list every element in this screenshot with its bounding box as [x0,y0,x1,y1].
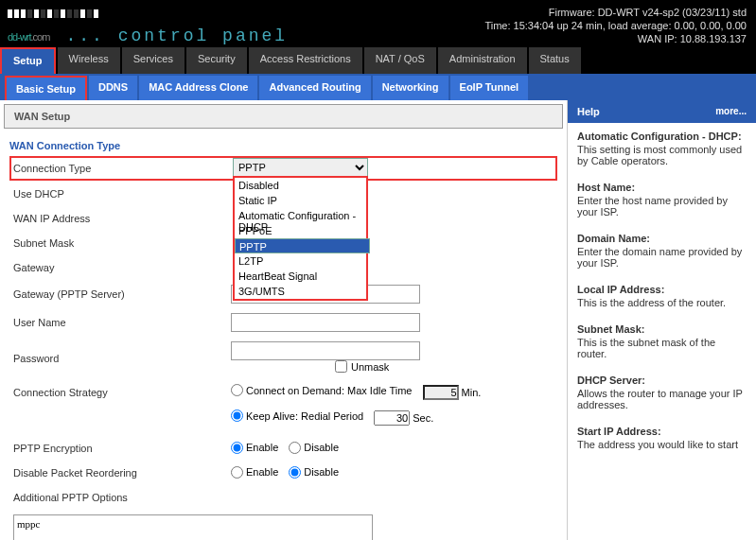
help-more-link[interactable]: more... [715,106,747,117]
pptp-gateway-label: Gateway (PPTP Server) [13,288,231,300]
idle-time-input[interactable] [423,385,459,400]
password-input[interactable] [231,341,420,360]
enc-enable-radio[interactable] [231,442,243,454]
username-input[interactable] [231,313,420,332]
brand-text: dd-wrt [8,31,31,43]
connection-type-dropdown: Disabled Static IP Automatic Configurati… [233,176,368,301]
subtab-ddns[interactable]: DDNS [89,76,137,100]
opt-static-ip[interactable]: Static IP [235,193,366,208]
tab-nat[interactable]: NAT / QoS [364,47,436,74]
tab-access[interactable]: Access Restrictions [249,47,362,74]
logo: dd-wrt.com ... control panel [0,4,288,47]
on-demand-radio[interactable] [231,384,243,396]
section-title: WAN Connection Type [0,132,567,155]
subnet-label: Subnet Mask [13,237,231,249]
help-panel: Helpmore... Automatic Configuration - DH… [567,100,756,540]
tab-status[interactable]: Status [529,47,581,74]
sub-tabs: Basic Setup DDNS MAC Address Clone Advan… [0,74,756,100]
status-block: Firmware: DD-WRT v24-sp2 (03/23/11) std … [484,4,747,47]
connection-type-select[interactable]: PPTP [233,158,368,177]
control-panel-label: ... control panel [65,26,288,45]
gateway-label: Gateway [13,262,231,273]
password-label: Password [13,353,231,364]
reorder-enable-radio[interactable] [231,466,243,479]
tab-services[interactable]: Services [122,47,185,74]
use-dhcp-label: Use DHCP [13,188,231,200]
tab-security[interactable]: Security [186,47,247,74]
unmask-checkbox[interactable] [335,360,347,373]
redial-period-input[interactable] [374,410,410,426]
main-tabs: Setup Wireless Services Security Access … [0,47,756,74]
firmware-text: Firmware: DD-WRT v24-sp2 (03/23/11) std [484,6,747,19]
main-panel: WAN Setup WAN Connection Type Connection… [0,100,567,540]
subtab-basic-setup[interactable]: Basic Setup [5,76,87,100]
reorder-disable-radio[interactable] [289,466,301,479]
wan-ip-text: WAN IP: 10.88.193.137 [484,32,747,45]
strategy-label: Connection Strategy [13,387,231,398]
opt-l2tp[interactable]: L2TP [235,253,366,269]
subtab-mac-clone[interactable]: MAC Address Clone [139,76,257,100]
opt-heartbeat[interactable]: HeartBeat Signal [235,269,366,284]
time-text: Time: 15:34:04 up 24 min, load average: … [484,19,747,32]
subtab-networking[interactable]: Networking [373,76,448,100]
opt-3g[interactable]: 3G/UMTS [235,284,366,299]
tab-setup[interactable]: Setup [0,47,56,74]
username-label: User Name [13,317,231,328]
header: dd-wrt.com ... control panel Firmware: D… [0,0,756,47]
add-opts-label: Additional PPTP Options [13,492,231,503]
connection-type-label: Connection Type [13,163,231,174]
pptp-enc-label: PPTP Encryption [13,443,231,454]
tab-wireless[interactable]: Wireless [58,47,120,74]
opt-pptp[interactable]: PPTP [235,238,370,253]
opt-dhcp[interactable]: Automatic Configuration - DHCP [235,208,366,223]
keep-alive-radio[interactable] [231,409,243,422]
help-title: Help [577,106,600,117]
disable-reorder-label: Disable Packet Reordering [13,467,231,479]
add-opts-textarea[interactable]: mppc [13,514,373,540]
enc-disable-radio[interactable] [289,442,301,454]
subtab-eoip[interactable]: EoIP Tunnel [450,76,529,100]
wan-ip-label: WAN IP Address [13,213,231,224]
section-bar: WAN Setup [4,104,563,129]
opt-pppoe[interactable]: PPPoE [235,223,366,238]
tab-admin[interactable]: Administration [438,47,527,74]
logo-dots [8,9,288,18]
opt-disabled[interactable]: Disabled [235,178,366,193]
subtab-adv-routing[interactable]: Advanced Routing [259,76,370,100]
